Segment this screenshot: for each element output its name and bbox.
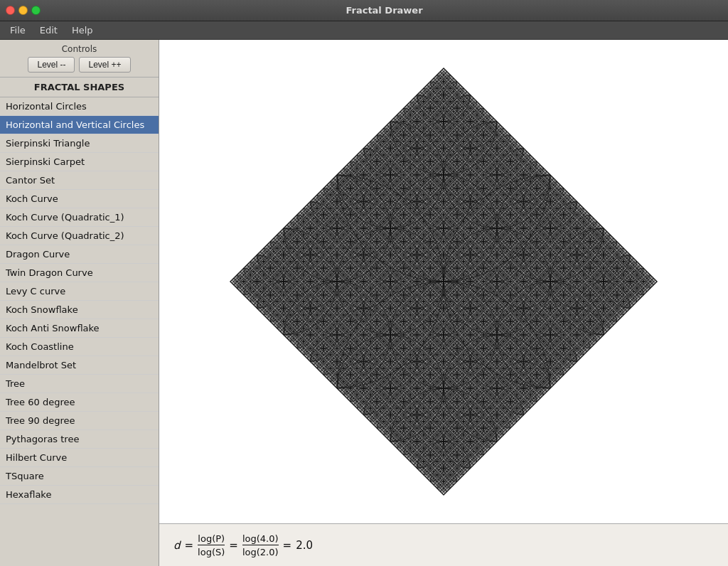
controls-label: Controls — [4, 44, 154, 54]
shape-item[interactable]: Pythagoras tree — [0, 430, 159, 449]
formula-fraction1: log(P) log(S) — [198, 533, 225, 557]
level-minus-button[interactable]: Level -- — [28, 57, 75, 73]
shape-item[interactable]: Tree 60 degree — [0, 393, 159, 412]
fractal-shapes-label: FRACTAL SHAPES — [0, 78, 159, 97]
formula-logP: log(P) — [198, 533, 225, 545]
formula-log4: log(4.0) — [242, 533, 279, 545]
shape-item[interactable]: Koch Coastline — [0, 338, 159, 356]
canvas-area: d = log(P) log(S) = log(4.0) log(2.0) = … — [159, 40, 728, 566]
formula-eq1: = — [185, 539, 194, 552]
formula-log2: log(2.0) — [242, 546, 279, 557]
formula-logS: log(S) — [198, 546, 225, 557]
formula-eq3: = — [283, 539, 292, 552]
shape-item[interactable]: Tree — [0, 375, 159, 393]
shape-item[interactable]: Twin Dragon Curve — [0, 264, 159, 282]
fractal-canvas — [159, 40, 728, 523]
shape-item[interactable]: Hilbert Curve — [0, 449, 159, 467]
shape-item[interactable]: Koch Curve (Quadratic_2) — [0, 227, 159, 245]
shape-item[interactable]: Levy C curve — [0, 282, 159, 301]
shape-item[interactable]: Sierpinski Triangle — [0, 134, 159, 153]
main-layout: Controls Level -- Level ++ FRACTAL SHAPE… — [0, 40, 728, 566]
shape-item[interactable]: TSquare — [0, 467, 159, 486]
shape-item[interactable]: Horizontal Circles — [0, 97, 159, 116]
shape-item[interactable]: Tree 90 degree — [0, 412, 159, 430]
formula-d: d — [173, 539, 181, 552]
menubar: File Edit Help — [0, 21, 728, 40]
menu-edit[interactable]: Edit — [33, 23, 65, 38]
shape-item[interactable]: Dragon Curve — [0, 245, 159, 264]
menu-file[interactable]: File — [3, 23, 33, 38]
minimize-button[interactable] — [18, 6, 28, 15]
formula-fraction2: log(4.0) log(2.0) — [242, 533, 279, 557]
app-title: Fractal Drawer — [46, 5, 722, 16]
shape-item[interactable]: Mandelbrot Set — [0, 356, 159, 375]
formula-bar: d = log(P) log(S) = log(4.0) log(2.0) = … — [159, 523, 728, 566]
level-plus-button[interactable]: Level ++ — [79, 57, 130, 73]
shape-item[interactable]: Horizontal and Vertical Circles — [0, 116, 159, 134]
shape-item[interactable]: Koch Curve (Quadratic_1) — [0, 208, 159, 227]
fractal-visualization — [216, 54, 671, 509]
traffic-lights — [6, 6, 41, 15]
shape-item[interactable]: Koch Anti Snowflake — [0, 319, 159, 338]
close-button[interactable] — [6, 6, 15, 15]
shape-item[interactable]: Cantor Set — [0, 171, 159, 190]
titlebar: Fractal Drawer — [0, 0, 728, 21]
shapes-list: Horizontal CirclesHorizontal and Vertica… — [0, 97, 159, 566]
shape-item[interactable]: Hexaflake — [0, 486, 159, 504]
controls-buttons: Level -- Level ++ — [4, 57, 154, 73]
menu-help[interactable]: Help — [65, 23, 100, 38]
controls-section: Controls Level -- Level ++ — [0, 40, 159, 78]
formula-display: d = log(P) log(S) = log(4.0) log(2.0) = … — [173, 533, 313, 557]
shape-item[interactable]: Sierpinski Carpet — [0, 153, 159, 171]
formula-eq2: = — [229, 539, 238, 552]
shape-item[interactable]: Koch Snowflake — [0, 301, 159, 319]
shape-item[interactable]: Koch Curve — [0, 190, 159, 208]
fractal-svg — [216, 54, 671, 509]
sidebar: Controls Level -- Level ++ FRACTAL SHAPE… — [0, 40, 159, 566]
maximize-button[interactable] — [31, 6, 41, 15]
formula-value: 2.0 — [296, 539, 313, 552]
